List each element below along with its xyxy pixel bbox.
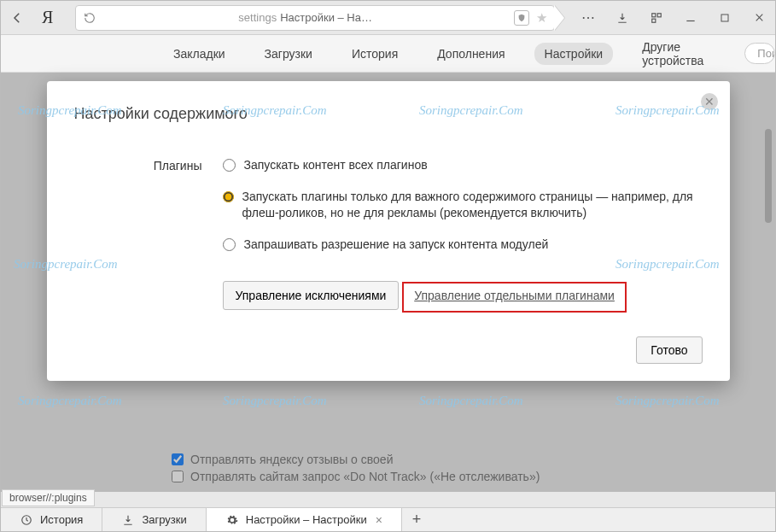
tab-other-devices[interactable]: Другие устройства xyxy=(632,36,714,72)
bottom-tab-downloads[interactable]: Загрузки xyxy=(102,508,206,531)
tab-addons[interactable]: Дополнения xyxy=(427,43,515,65)
minimize-button[interactable] xyxy=(681,9,700,27)
settings-nav: Закладки Загрузки История Дополнения Нас… xyxy=(1,35,775,73)
bottom-tab-downloads-label: Загрузки xyxy=(142,513,186,526)
radio-run-important-input[interactable] xyxy=(223,190,234,203)
tab-close-icon[interactable]: × xyxy=(376,513,382,527)
yandex-logo[interactable]: Я xyxy=(42,8,53,27)
extensions-icon[interactable] xyxy=(647,9,666,27)
highlight-box: Управление отдельными плагинами xyxy=(402,282,627,313)
status-bar-url: browser//:plugins xyxy=(2,489,95,506)
content-settings-dialog: ✕ Настройки содержимого Плагины Запускат… xyxy=(47,81,730,381)
bottom-tab-history-label: История xyxy=(40,513,83,526)
manage-plugins-link[interactable]: Управление отдельными плагинами xyxy=(414,289,615,302)
radio-run-all[interactable]: Запускать контент всех плагинов xyxy=(223,157,703,173)
star-icon[interactable]: ★ xyxy=(536,10,547,26)
close-icon[interactable]: ✕ xyxy=(701,93,718,110)
tab-downloads[interactable]: Загрузки xyxy=(254,43,323,65)
close-window-button[interactable] xyxy=(750,9,768,27)
manage-exceptions-button[interactable]: Управление исключениями xyxy=(223,281,400,310)
dialog-title: Настройки содержимого xyxy=(74,105,703,123)
menu-dots-icon[interactable]: ⋯ xyxy=(579,9,598,27)
browser-toolbar: Я settingsНастройки – На… ★ ⋯ xyxy=(1,1,775,35)
gear-icon xyxy=(225,513,239,527)
address-bar[interactable]: settingsНастройки – На… ★ xyxy=(75,5,555,31)
shield-icon[interactable] xyxy=(514,10,529,26)
bottom-tab-settings-label: Настройки – Настройки xyxy=(246,513,367,526)
tab-history[interactable]: История xyxy=(341,43,408,65)
bottom-tab-settings[interactable]: Настройки – Настройки × xyxy=(207,508,402,531)
section-label-plugins: Плагины xyxy=(74,157,202,313)
radio-run-all-input[interactable] xyxy=(223,159,236,172)
tab-settings[interactable]: Настройки xyxy=(534,43,614,65)
download-icon[interactable] xyxy=(613,9,632,27)
radio-run-important[interactable]: Запускать плагины только для важного сод… xyxy=(223,189,703,221)
maximize-button[interactable] xyxy=(715,9,734,27)
settings-search[interactable]: Поиск наст xyxy=(744,43,775,64)
svg-rect-0 xyxy=(652,13,656,16)
back-button[interactable] xyxy=(8,9,26,27)
radio-ask-label: Запрашивать разрешение на запуск контент… xyxy=(244,237,549,253)
radio-ask-input[interactable] xyxy=(223,238,236,251)
bottom-tab-history[interactable]: История xyxy=(1,508,102,531)
tab-bookmarks[interactable]: Закладки xyxy=(163,43,236,65)
svg-rect-2 xyxy=(652,19,656,22)
bottom-tab-bar: История Загрузки Настройки – Настройки ×… xyxy=(1,507,775,531)
download-icon xyxy=(121,513,135,527)
new-tab-button[interactable]: + xyxy=(402,508,431,531)
reload-icon[interactable] xyxy=(83,11,96,25)
radio-run-all-label: Запускать контент всех плагинов xyxy=(244,157,428,173)
clock-icon xyxy=(20,513,33,527)
radio-run-important-label: Запускать плагины только для важного сод… xyxy=(242,189,703,221)
done-button[interactable]: Готово xyxy=(636,336,702,364)
window-controls-group: ⋯ xyxy=(579,9,768,27)
modal-overlay: ✕ Настройки содержимого Плагины Запускат… xyxy=(1,73,775,492)
address-text: settingsНастройки – На… xyxy=(103,11,507,24)
svg-rect-3 xyxy=(721,15,728,21)
svg-rect-1 xyxy=(657,13,661,16)
radio-ask[interactable]: Запрашивать разрешение на запуск контент… xyxy=(223,237,703,253)
